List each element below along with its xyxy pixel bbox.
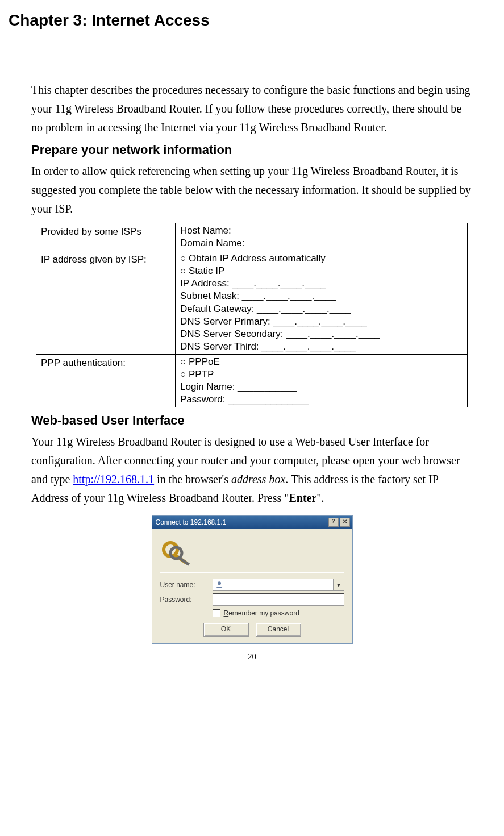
section-prepare-paragraph: In order to allow quick referencing when… xyxy=(31,162,473,218)
dialog-titlebar: Connect to 192.168.1.1 ? ✕ xyxy=(152,516,352,529)
ok-button[interactable]: OK xyxy=(203,623,249,637)
login-name-line: Login Name: ___________ xyxy=(180,381,464,393)
ip-address-line: IP Address: ____.____.____.____ xyxy=(180,277,464,290)
address-box-term: address box xyxy=(231,473,285,485)
radio-icon: ○ xyxy=(180,356,186,367)
cell-host-domain: Host Name: Domain Name: xyxy=(176,223,468,251)
section-prepare-heading: Prepare your network information xyxy=(31,143,473,157)
opt-obtain-auto: Obtain IP Address automatically xyxy=(189,253,326,264)
radio-icon: ○ xyxy=(180,253,186,264)
chevron-down-icon[interactable]: ▾ xyxy=(333,579,344,590)
help-button[interactable]: ? xyxy=(328,518,339,527)
password-line: Password: _______________ xyxy=(180,393,464,406)
intro-paragraph: This chapter describes the procedures ne… xyxy=(31,81,473,137)
password-input[interactable] xyxy=(213,593,344,606)
person-icon xyxy=(215,581,223,589)
cell-ppp-auth: PPP authentication: xyxy=(36,354,176,407)
dns-primary-line: DNS Server Primary: ____.____.____.____ xyxy=(180,315,464,328)
chapter-title: Chapter 3: Internet Access xyxy=(9,11,473,30)
svg-rect-3 xyxy=(178,556,190,566)
enter-key-term: Enter xyxy=(289,492,316,504)
username-label: User name: xyxy=(160,581,213,589)
opt-pppoe: PPPoE xyxy=(189,356,220,367)
login-dialog-figure: Connect to 192.168.1.1 ? ✕ User name: xyxy=(31,515,473,644)
opt-pptp: PPTP xyxy=(189,369,214,380)
svg-point-4 xyxy=(218,582,221,585)
cell-provided-isp: Provided by some ISPs xyxy=(36,223,176,251)
password-label: Password: xyxy=(160,596,213,604)
table-row: Provided by some ISPs Host Name: Domain … xyxy=(36,223,468,251)
remember-label: RRemember my passwordemember my password xyxy=(224,609,299,617)
page-number: 20 xyxy=(31,652,473,662)
router-ip-link[interactable]: http://192.168.1.1 xyxy=(73,473,154,485)
domain-name-label: Domain Name: xyxy=(180,238,244,248)
cell-ip-given: IP address given by ISP: xyxy=(36,251,176,355)
opt-static-ip: Static IP xyxy=(189,265,224,276)
connect-dialog: Connect to 192.168.1.1 ? ✕ User name: xyxy=(152,515,353,644)
radio-icon: ○ xyxy=(180,369,186,380)
default-gateway-line: Default Gateway: ____.____.____.____ xyxy=(180,303,464,315)
dialog-title: Connect to 192.168.1.1 xyxy=(156,518,227,526)
section-webui-paragraph: Your 11g Wireless Broadband Router is de… xyxy=(31,432,473,508)
radio-icon: ○ xyxy=(180,265,186,276)
table-row: IP address given by ISP: ○ Obtain IP Add… xyxy=(36,251,468,355)
dns-third-line: DNS Server Third: ____.____.____.____ xyxy=(180,340,464,353)
keys-icon xyxy=(160,534,344,572)
para-text: ". xyxy=(316,492,324,504)
cancel-button[interactable]: Cancel xyxy=(256,623,301,637)
subnet-mask-line: Subnet Mask: ____.____.____.____ xyxy=(180,290,464,302)
username-input[interactable]: ▾ xyxy=(213,579,344,591)
section-webui-heading: Web-based User Interface xyxy=(31,413,473,428)
remember-checkbox[interactable] xyxy=(213,609,220,617)
para-text: in the browser's xyxy=(154,473,231,485)
dns-secondary-line: DNS Server Secondary: ____.____.____.___… xyxy=(180,328,464,340)
host-name-label: Host Name: xyxy=(180,225,231,236)
table-row: PPP authentication: ○ PPPoE ○ PPTP Login… xyxy=(36,354,468,407)
network-info-table: Provided by some ISPs Host Name: Domain … xyxy=(36,223,468,407)
cell-ip-options: ○ Obtain IP Address automatically ○ Stat… xyxy=(176,251,468,355)
close-button[interactable]: ✕ xyxy=(340,518,350,527)
cell-ppp-options: ○ PPPoE ○ PPTP Login Name: ___________ P… xyxy=(176,354,468,407)
